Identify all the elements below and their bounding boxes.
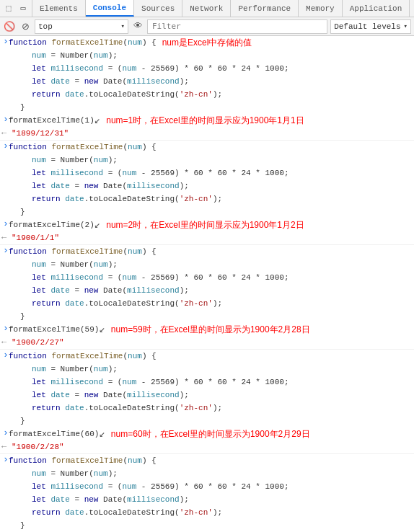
console-line: } [0, 310, 414, 323]
console-line: num = Number(num); [0, 363, 414, 376]
console-line: num = Number(num); [0, 154, 414, 167]
output-arrow-icon: ← [1, 232, 6, 244]
levels-select-value: Default levels [334, 22, 400, 31]
console-line: formatExcelTime(2) ↙ num=2时，在Excel里的时间显示… [0, 218, 414, 231]
code-text: function formatExcelTime(num) { [9, 141, 157, 153]
tab-sources[interactable]: Sources [134, 0, 182, 17]
code-text: let millisecond = (num - 25569) * 60 * 6… [32, 481, 289, 492]
console-line: } [0, 414, 414, 427]
output-arrow-icon: ← [1, 441, 6, 453]
code-text: let date = new Date(millisecond); [32, 180, 189, 192]
code-text: num = Number(num); [32, 468, 118, 479]
console-line: function formatExcelTime(num) {num是Excel… [0, 36, 414, 49]
clear-console-button[interactable]: 🚫 [3, 20, 16, 33]
code-text: } [20, 102, 25, 113]
code-text: } [20, 311, 25, 322]
console-line: let date = new Date(millisecond); [0, 75, 414, 88]
output-arrow-icon: ← [1, 128, 6, 139]
annotation-text: num=2时，在Excel里的时间显示应为1900年1月2日 [106, 219, 304, 231]
console-block: function formatExcelTime(num) {num = Num… [0, 350, 414, 454]
call-text: formatExcelTime(2) [9, 219, 94, 231]
console-output: function formatExcelTime(num) {num是Excel… [0, 36, 414, 532]
call-text: formatExcelTime(1) [9, 115, 94, 126]
console-line: function formatExcelTime(num) { [0, 245, 414, 258]
console-line: let millisecond = (num - 25569) * 60 * 6… [0, 167, 414, 179]
console-block: function formatExcelTime(num) {num = Num… [0, 454, 414, 532]
arrow-icon: ↙ [94, 115, 100, 126]
console-block: function formatExcelTime(num) {num是Excel… [0, 36, 414, 141]
code-text: return date.toLocaleDateString('zh-cn'); [32, 193, 222, 205]
console-line: ←"1900/1/1" [0, 231, 414, 244]
code-text: function formatExcelTime(num) { [9, 350, 157, 362]
code-text: return date.toLocaleDateString('zh-cn'); [32, 402, 222, 414]
code-text: let date = new Date(millisecond); [32, 285, 189, 296]
console-line: return date.toLocaleDateString('zh-cn'); [0, 506, 414, 519]
console-block: function formatExcelTime(num) {num = Num… [0, 141, 414, 245]
filter-input[interactable] [147, 19, 327, 34]
code-text: num = Number(num); [32, 259, 118, 270]
arrow-icon: ↙ [99, 428, 105, 440]
stop-button[interactable]: ⊘ [19, 20, 32, 33]
code-text: num = Number(num); [32, 154, 118, 166]
console-line: let millisecond = (num - 25569) * 60 * 6… [0, 271, 414, 284]
console-line: formatExcelTime(1) ↙ num=1时，在Excel里的时间显示… [0, 114, 414, 127]
console-line: num = Number(num); [0, 467, 414, 480]
tab-elements[interactable]: Elements [32, 0, 86, 17]
context-select-value: top [38, 22, 53, 31]
annotation-text: num=1时，在Excel里的时间显示应为1900年1月1日 [106, 115, 304, 126]
console-toolbar: 🚫 ⊘ top ▾ 👁 Default levels ▾ [0, 17, 414, 36]
eye-button[interactable]: 👁 [131, 20, 144, 33]
annotation-text: num=59时，在Excel里的时间显示为1900年2月28日 [111, 324, 310, 335]
code-text: function formatExcelTime(num) { [9, 246, 157, 257]
console-line: ←"1900/2/27" [0, 336, 414, 349]
context-select[interactable]: top ▾ [35, 19, 128, 34]
code-text: num = Number(num); [32, 363, 118, 375]
console-line: } [0, 205, 414, 218]
code-text: let millisecond = (num - 25569) * 60 * 6… [32, 376, 289, 388]
code-text: let millisecond = (num - 25569) * 60 * 6… [32, 272, 289, 283]
output-arrow-icon: ← [1, 337, 6, 348]
console-line: return date.toLocaleDateString('zh-cn'); [0, 192, 414, 205]
code-text: return date.toLocaleDateString('zh-cn'); [32, 298, 222, 309]
code-text: function formatExcelTime(num) { [9, 37, 157, 48]
console-line: return date.toLocaleDateString('zh-cn'); [0, 402, 414, 414]
console-line: let millisecond = (num - 25569) * 60 * 6… [0, 376, 414, 389]
code-text: let date = new Date(millisecond); [32, 389, 189, 401]
tab-application[interactable]: Application [343, 0, 410, 17]
console-line: let date = new Date(millisecond); [0, 493, 414, 506]
tab-bar: ⬚ ▭ Elements Console Sources Network Per… [0, 0, 414, 17]
code-text: return date.toLocaleDateString('zh-cn'); [32, 89, 222, 100]
output-value: "1900/2/28" [12, 441, 64, 453]
code-text: num = Number(num); [32, 50, 118, 61]
output-value: "1900/1/1" [12, 232, 59, 244]
code-text: let millisecond = (num - 25569) * 60 * 6… [32, 167, 289, 179]
call-text: formatExcelTime(59) [9, 324, 99, 335]
console-line: let millisecond = (num - 25569) * 60 * 6… [0, 480, 414, 493]
console-line: ←"1899/12/31" [0, 127, 414, 140]
code-text: let date = new Date(millisecond); [32, 494, 189, 505]
console-line: let millisecond = (num - 25569) * 60 * 6… [0, 62, 414, 75]
tab-security[interactable]: Security [410, 0, 414, 17]
console-line: } [0, 519, 414, 532]
tab-performance[interactable]: Performance [231, 0, 299, 17]
console-line: let date = new Date(millisecond); [0, 179, 414, 192]
console-line: let date = new Date(millisecond); [0, 284, 414, 297]
tab-memory[interactable]: Memory [299, 0, 343, 17]
console-line: formatExcelTime(60) ↙ num=60时，在Excel里的时间… [0, 427, 414, 440]
console-line: function formatExcelTime(num) { [0, 454, 414, 467]
levels-chevron: ▾ [404, 22, 408, 30]
tab-network[interactable]: Network [182, 0, 231, 17]
levels-select[interactable]: Default levels ▾ [330, 19, 411, 34]
code-text: } [20, 520, 25, 531]
code-text: return date.toLocaleDateString('zh-cn'); [32, 507, 222, 518]
inspect-icon[interactable]: ⬚ [3, 3, 14, 14]
output-value: "1900/2/27" [12, 337, 64, 348]
console-line: function formatExcelTime(num) { [0, 141, 414, 154]
code-text: } [20, 415, 25, 427]
code-text: let millisecond = (num - 25569) * 60 * 6… [32, 63, 289, 74]
tab-console[interactable]: Console [86, 0, 134, 17]
annotation-text: num是Excel中存储的值 [162, 37, 252, 48]
device-icon[interactable]: ▭ [17, 3, 29, 14]
code-text: function formatExcelTime(num) { [9, 455, 157, 466]
call-text: formatExcelTime(60) [9, 428, 99, 440]
